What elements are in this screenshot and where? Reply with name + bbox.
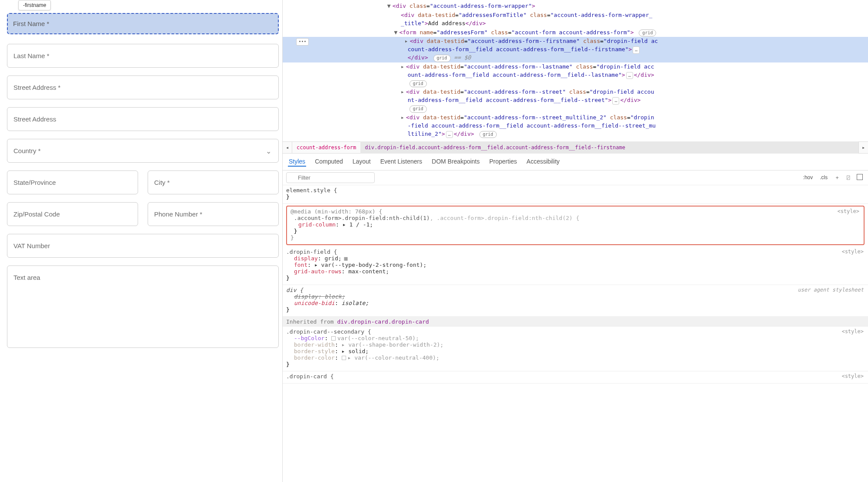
tab-properties[interactable]: Properties <box>488 157 518 167</box>
breadcrumb: ◂ ccount-address-form div.dropin-field.a… <box>283 141 868 154</box>
vat-field[interactable]: VAT Number <box>7 234 279 258</box>
new-style-rule-button[interactable]: ＋ <box>833 173 842 182</box>
grid-editor-icon[interactable]: ▦ <box>344 255 348 262</box>
styles-panel[interactable]: element.style { } <style> @media (min-wi… <box>283 185 868 482</box>
styles-tabs: Styles Computed Layout Event Listeners D… <box>283 154 868 171</box>
breadcrumb-prev-button[interactable]: ◂ <box>283 141 292 154</box>
street-address-1-field[interactable]: Street Address * <box>7 75 279 99</box>
tab-event-listeners[interactable]: Event Listeners <box>380 157 423 167</box>
hov-button[interactable]: :hov <box>801 174 815 181</box>
breadcrumb-next-button[interactable]: ▸ <box>858 141 868 154</box>
computed-sidebar-icon[interactable]: ⍁ <box>845 174 851 181</box>
color-swatch-icon[interactable] <box>342 356 346 360</box>
rule-source-link[interactable]: <style> <box>837 208 859 214</box>
rule-element-style[interactable]: element.style { } <box>283 185 868 204</box>
dom-node[interactable]: ▸<div data-testid="account-address-form-… <box>283 88 868 113</box>
styles-filter-input[interactable] <box>286 172 375 183</box>
elements-tree[interactable]: ▼<div class="account-address-form-wrappe… <box>283 0 868 141</box>
rule-div-ua[interactable]: user agent stylesheet div { display: blo… <box>283 285 868 317</box>
inherited-from-row: Inherited from div.dropin-card.dropin-ca… <box>283 317 868 327</box>
dom-node[interactable]: ▼<form name="addressesForm" class="accou… <box>283 28 868 37</box>
grid-badge[interactable]: grid <box>409 105 427 113</box>
rule-dropin-field[interactable]: <style> .dropin-field { display: grid;▦ … <box>283 247 868 285</box>
city-field[interactable]: City * <box>148 171 279 194</box>
tab-computed[interactable]: Computed <box>314 157 344 167</box>
rule-source-link[interactable]: <style> <box>842 249 864 255</box>
country-label: Country * <box>13 147 41 154</box>
country-select[interactable]: Country * ⌄ <box>7 139 279 163</box>
cls-button[interactable]: .cls <box>818 174 829 181</box>
dom-node[interactable]: ▸<div data-testid="account-address-form-… <box>283 113 868 139</box>
panel-toggle-icon[interactable] <box>855 173 865 182</box>
street-address-2-field[interactable]: Street Address <box>7 107 279 131</box>
dom-node[interactable]: <div data-testid="addressesFormTitle" cl… <box>283 11 868 28</box>
rule-source-ua: user agent stylesheet <box>798 287 864 293</box>
first-name-field[interactable]: First Name * <box>7 13 279 34</box>
dom-node[interactable]: ▸<div data-testid="account-address-form-… <box>283 62 868 88</box>
tab-layout[interactable]: Layout <box>352 157 372 167</box>
phone-field[interactable]: Phone Number * <box>148 202 279 226</box>
inspector-tooltip: -firstname <box>18 0 51 10</box>
ellipsis-icon[interactable]: ••• <box>296 38 308 46</box>
rule-source-link[interactable]: <style> <box>842 373 864 379</box>
breadcrumb-item[interactable]: ccount-address-form <box>292 141 360 154</box>
color-swatch-icon[interactable] <box>331 336 336 341</box>
rule-media-highlighted[interactable]: <style> @media (min-width: 768px) { .acc… <box>286 206 865 245</box>
state-field[interactable]: State/Province <box>7 171 138 194</box>
rule-dropin-card-secondary[interactable]: <style> .dropin-card--secondary { --bgCo… <box>283 327 868 371</box>
tab-dom-breakpoints[interactable]: DOM Breakpoints <box>431 157 480 167</box>
rule-dropin-card[interactable]: <style> .dropin-card { <box>283 371 868 384</box>
breadcrumb-item-active[interactable]: div.dropin-field.account-address-form__f… <box>360 141 858 154</box>
grid-badge[interactable]: grid <box>409 80 427 88</box>
grid-badge[interactable]: grid <box>433 55 451 62</box>
form-preview-pane: -firstname First Name * Last Name * Stre… <box>0 0 282 482</box>
grid-badge[interactable]: grid <box>639 30 656 37</box>
grid-badge[interactable]: grid <box>479 131 497 138</box>
dom-node[interactable]: ▼<div class="account-address-form-wrappe… <box>283 2 868 11</box>
styles-filter-bar: ▾ :hov .cls ＋ ⍁ <box>283 171 868 185</box>
dom-node-selected[interactable]: ••• ▸<div data-testid="account-address-f… <box>283 37 868 62</box>
textarea-field[interactable]: Text area <box>7 266 279 348</box>
devtools-pane: ▼<div class="account-address-form-wrappe… <box>282 0 868 482</box>
tab-accessibility[interactable]: Accessibility <box>526 157 561 167</box>
chevron-down-icon: ⌄ <box>266 147 271 155</box>
zip-field[interactable]: Zip/Postal Code <box>7 202 138 226</box>
last-name-field[interactable]: Last Name * <box>7 44 279 68</box>
rule-source-link[interactable]: <style> <box>842 328 864 334</box>
tab-styles[interactable]: Styles <box>288 157 306 167</box>
